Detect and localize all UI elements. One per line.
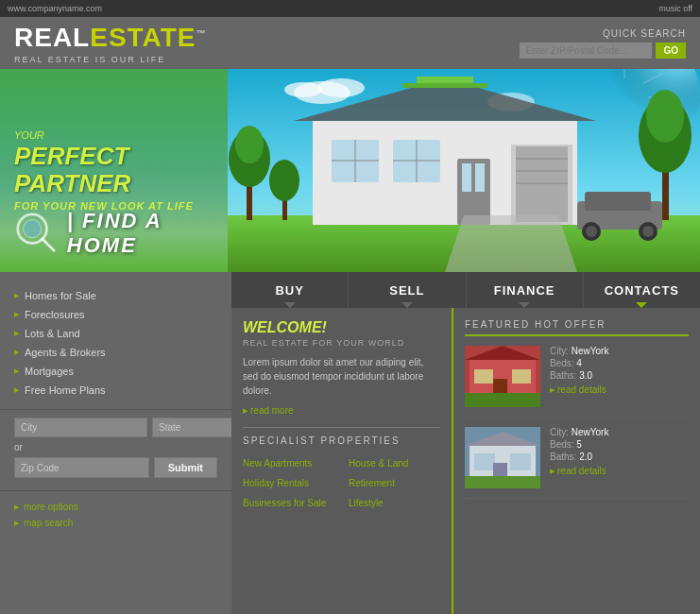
logo-area: REALESTATE™ REAL ESTATE IS OUR LIFE [14,23,207,64]
property-city-2: City: NewYork [550,427,689,437]
find-home-bar: | FIND A HOME [14,209,231,258]
hero-house-image [228,69,700,272]
content-area: BUY SELL FINANCE CONTACTS WELCOME! REAL … [231,272,700,614]
top-bar: www.companyname.com music off [0,0,700,17]
spec-link-house-land[interactable]: House & Land [349,453,440,470]
baths-label-2: Baths: [550,452,576,462]
city-value-2: NewYork [572,427,609,437]
main-layout: Homes for Sale Foreclosures Lots & Land … [0,272,700,614]
property-card-1: City: NewYork Beds: 4 Baths: 3.0 read de… [465,346,689,418]
property-details-2: City: NewYork Beds: 5 Baths: 2.0 read de… [550,427,689,488]
tab-buy[interactable]: BUY [231,272,349,308]
svg-rect-25 [475,163,485,192]
spec-anchor-lifestyle[interactable]: Lifestyle [349,498,384,508]
sidebar: Homes for Sale Foreclosures Lots & Land … [0,272,231,614]
city-state-row [14,418,217,437]
nav-link-mortgages[interactable]: Mortgages [25,366,74,377]
svg-point-1 [24,220,42,238]
tab-contacts[interactable]: CONTACTS [584,272,700,308]
spec-anchor-businesses[interactable]: Businesses for Sale [243,498,326,508]
logo-estate: ESTATE [90,23,196,52]
svg-rect-57 [510,453,531,470]
city-input[interactable] [14,418,147,437]
spec-anchor-apartments[interactable]: New Apartments [243,458,312,469]
property-city-1: City: NewYork [550,346,689,356]
svg-marker-45 [445,215,577,272]
svg-point-34 [586,226,597,237]
spec-anchor-retirement[interactable]: Retirement [349,478,395,488]
zip-submit-row: Submit [14,457,217,478]
logo-real: REAL [14,23,90,52]
nav-link-agents[interactable]: Agents & Brokers [25,347,106,358]
svg-rect-16 [402,83,487,88]
spec-link-holiday[interactable]: Holiday Rentals [243,473,334,490]
logo-subtitle: REAL ESTATE IS OUR LIFE [14,55,207,64]
svg-rect-49 [474,369,493,384]
hero-section: YOUR PERFECT PARTNER FOR YOUR NEW LOOK A… [0,69,700,272]
spec-anchor-house-land[interactable]: House & Land [349,458,408,469]
spec-link-businesses[interactable]: Businesses for Sale [243,493,334,510]
property-image-2 [465,427,540,488]
svg-point-39 [235,126,264,163]
spec-anchor-holiday[interactable]: Holiday Rentals [243,478,309,488]
read-details-link-2[interactable]: read details [550,466,689,476]
nav-item-foreclosures[interactable]: Foreclosures [0,305,231,324]
specialist-title: SPECIALIST PROPERTIES [243,427,440,446]
property-image-1 [465,346,540,407]
property-beds-1: Beds: 4 [550,358,689,368]
nav-link-foreclosures[interactable]: Foreclosures [25,309,85,320]
svg-point-9 [317,78,365,97]
nav-link-homeplans[interactable]: Free Home Plans [25,384,106,396]
specialist-links: New Apartments House & Land Holiday Rent… [243,453,440,510]
svg-point-36 [642,226,654,237]
search-button[interactable]: GO [656,43,686,59]
nav-item-homes[interactable]: Homes for Sale [0,286,231,305]
music-toggle[interactable]: music off [658,4,692,13]
tab-finance[interactable]: FINANCE [467,272,584,308]
baths-value-2: 2.0 [579,452,592,462]
map-search-link[interactable]: map search [14,515,217,531]
property-baths-1: Baths: 3.0 [550,370,689,381]
svg-point-10 [284,82,322,97]
beds-label-1: Beds: [550,358,574,368]
tab-sell[interactable]: SELL [349,272,466,308]
right-content: FEATURED HOT OFFER [453,308,700,614]
nav-link-homes[interactable]: Homes for Sale [25,290,96,301]
quick-search-label: QUICK SEARCH [603,28,686,39]
more-options-link[interactable]: more options [14,499,217,515]
svg-line-2 [43,239,54,250]
hero-your-label: YOUR [14,129,217,141]
quick-search-row: GO [520,43,686,59]
spec-link-apartments[interactable]: New Apartments [243,453,334,470]
svg-point-44 [269,160,299,201]
read-details-link-1[interactable]: read details [550,384,689,395]
spec-link-lifestyle[interactable]: Lifestyle [349,493,440,510]
more-options-anchor[interactable]: more options [24,502,78,512]
nav-item-mortgages[interactable]: Mortgages [0,362,231,381]
welcome-title: WELCOME! [243,319,440,336]
hero-title: PERFECT PARTNER [14,143,217,196]
welcome-body: Lorem ipsum dolor sit amet our adiping e… [243,355,440,398]
submit-button[interactable]: Submit [154,457,217,478]
spec-link-retirement[interactable]: Retirement [349,473,440,490]
content-cols: WELCOME! REAL ESTATE FOR YOUR WORLD Lore… [231,308,700,614]
sidebar-links: more options map search [0,490,231,536]
svg-rect-27 [516,146,568,222]
property-baths-2: Baths: 2.0 [550,452,689,462]
svg-rect-52 [465,393,540,407]
map-search-anchor[interactable]: map search [24,518,73,528]
nav-link-lots[interactable]: Lots & Land [25,328,80,339]
search-input[interactable] [520,43,652,59]
featured-title: FEATURED HOT OFFER [465,319,689,336]
header: REALESTATE™ REAL ESTATE IS OUR LIFE QUIC… [0,17,700,69]
nav-item-agents[interactable]: Agents & Brokers [0,343,231,362]
zip-input[interactable] [14,457,149,478]
logo-title: REALESTATE™ [14,23,207,53]
city-label-2: City: [550,427,569,437]
svg-rect-24 [462,163,471,192]
beds-label-2: Beds: [550,439,574,450]
nav-item-homeplans[interactable]: Free Home Plans [0,381,231,400]
nav-item-lots[interactable]: Lots & Land [0,324,231,343]
quick-search: QUICK SEARCH GO [520,28,686,59]
read-more-link[interactable]: read more [243,405,440,416]
